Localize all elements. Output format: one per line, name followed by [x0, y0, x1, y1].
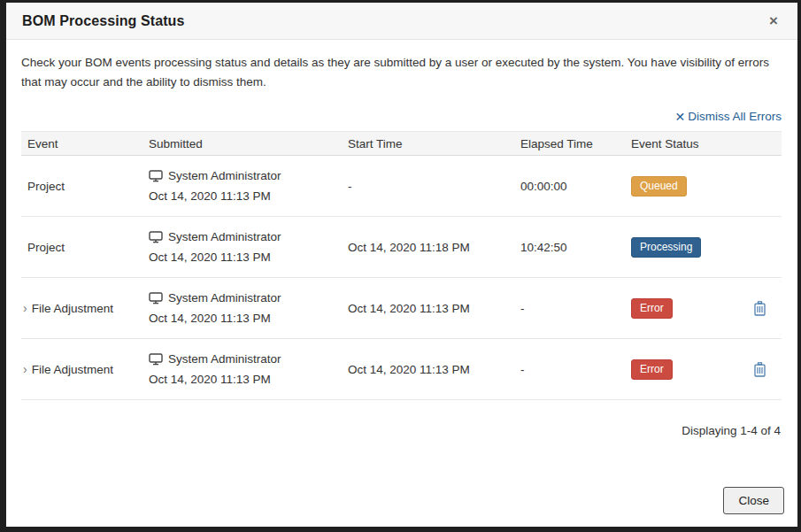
bom-processing-status-modal: BOM Processing Status × Check your BOM e… — [6, 3, 797, 527]
dismiss-x-icon: ✕ — [675, 111, 686, 123]
event-name: Project — [27, 180, 65, 193]
monitor-icon — [149, 292, 163, 305]
submitted-by: System Administrator — [168, 291, 281, 305]
event-name: File Adjustment — [32, 363, 113, 376]
close-icon[interactable]: × — [766, 12, 782, 30]
start-time: Oct 14, 2020 11:13 PM — [348, 302, 520, 315]
table-row: Project System Administrator Oct 14, 202… — [21, 217, 782, 278]
column-header-start-time: Start Time — [348, 137, 520, 150]
column-header-submitted: Submitted — [149, 137, 348, 150]
submitted-by: System Administrator — [168, 169, 281, 182]
submitted-by: System Administrator — [168, 352, 281, 366]
modal-header: BOM Processing Status × — [6, 3, 797, 40]
event-name: File Adjustment — [32, 302, 113, 315]
status-badge: Queued — [631, 176, 687, 197]
expand-chevron-icon[interactable]: › — [23, 302, 27, 314]
dismiss-all-errors-link[interactable]: ✕ Dismiss All Errors — [675, 110, 782, 123]
description-text: Check your BOM events processing status … — [21, 53, 782, 91]
modal-body: Check your BOM events processing status … — [6, 40, 797, 527]
start-time: Oct 14, 2020 11:13 PM — [348, 363, 520, 376]
table-row: › File Adjustment System Administrator O… — [21, 278, 782, 339]
event-name: Project — [27, 241, 65, 254]
close-button[interactable]: Close — [723, 487, 784, 514]
submitted-at: Oct 14, 2020 11:13 PM — [149, 373, 341, 386]
submitted-by: System Administrator — [168, 230, 281, 243]
table-row: Project System Administrator Oct 14, 202… — [21, 156, 782, 217]
column-header-event-status: Event Status — [631, 137, 737, 150]
elapsed-time: 10:42:50 — [520, 241, 631, 254]
elapsed-time: - — [520, 363, 631, 376]
dismiss-all-errors-label: Dismiss All Errors — [688, 110, 782, 123]
monitor-icon — [149, 231, 163, 243]
modal-title: BOM Processing Status — [22, 13, 184, 29]
status-badge: Error — [631, 298, 673, 319]
column-header-event: Event — [21, 137, 149, 150]
column-header-elapsed-time: Elapsed Time — [520, 137, 631, 150]
monitor-icon — [149, 170, 163, 182]
table-header-row: Event Submitted Start Time Elapsed Time … — [21, 131, 782, 156]
dismiss-row: ✕ Dismiss All Errors — [21, 110, 782, 123]
start-time: Oct 14, 2020 11:18 PM — [348, 241, 520, 254]
monitor-icon — [149, 353, 163, 366]
events-table: Event Submitted Start Time Elapsed Time … — [21, 131, 782, 400]
status-badge: Processing — [631, 237, 701, 258]
table-row: › File Adjustment System Administrator O… — [21, 339, 782, 400]
submitted-at: Oct 14, 2020 11:13 PM — [149, 251, 341, 264]
submitted-at: Oct 14, 2020 11:13 PM — [149, 189, 341, 203]
trash-icon[interactable] — [753, 362, 766, 377]
submitted-at: Oct 14, 2020 11:13 PM — [149, 312, 341, 325]
pagination-status: Displaying 1-4 of 4 — [21, 424, 782, 437]
status-badge: Error — [631, 359, 673, 380]
trash-icon[interactable] — [753, 301, 766, 316]
expand-chevron-icon[interactable]: › — [23, 363, 27, 375]
elapsed-time: 00:00:00 — [520, 180, 631, 193]
start-time: - — [348, 180, 520, 193]
elapsed-time: - — [520, 302, 631, 315]
